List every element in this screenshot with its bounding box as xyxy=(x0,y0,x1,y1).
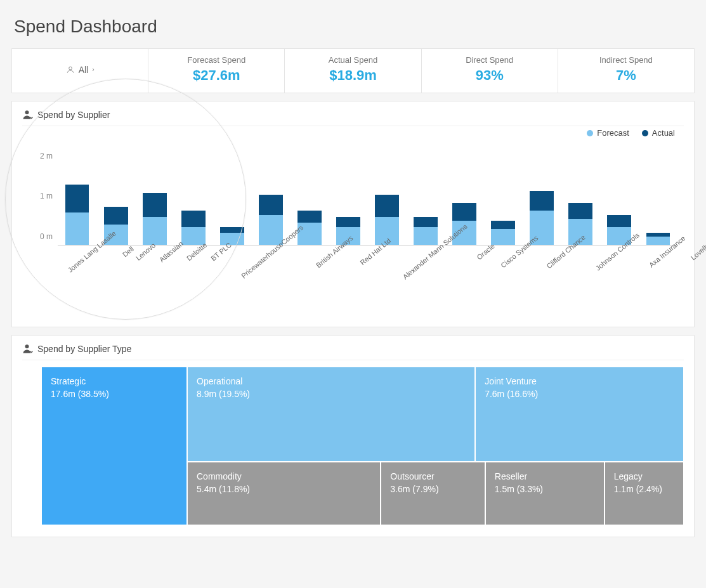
bar-red-hat-ltd[interactable] xyxy=(368,157,407,245)
bar-segment-actual xyxy=(568,203,592,219)
bar-segment-actual xyxy=(65,185,89,212)
treemap-outsourcer[interactable]: Outsourcer 3.6m (7.9%) xyxy=(381,462,485,525)
plot-area xyxy=(58,157,677,245)
kpi-indirect: Indirect Spend 7% xyxy=(558,49,694,93)
bar-segment-actual xyxy=(104,207,128,225)
bar-segment-actual xyxy=(607,215,631,227)
y-tick: 0 m xyxy=(22,232,53,241)
kpi-label: Direct Spend xyxy=(427,55,552,65)
treemap: Strategic 17.6m (38.5%) Operational 8.9m… xyxy=(41,367,684,525)
bar-segment-forecast xyxy=(65,212,89,245)
bar-chart: 0 m1 m2 m Jones Lang LasalleDellLenovoAt… xyxy=(22,131,684,315)
bar-segment-actual xyxy=(414,217,438,227)
bar-segment-actual xyxy=(530,191,554,211)
y-axis: 0 m1 m2 m xyxy=(22,157,53,245)
kpi-row: All › Forecast Spend $27.6m Actual Spend… xyxy=(11,48,695,93)
filter-label: All xyxy=(79,65,89,75)
svg-point-2 xyxy=(25,344,29,348)
bar-lenovo[interactable] xyxy=(135,157,174,245)
panel-spend-by-supplier-type: Spend by Supplier Type Strategic 17.6m (… xyxy=(11,335,695,537)
bar-alexander-mann-solutions[interactable] xyxy=(407,157,445,245)
kpi-label: Actual Spend xyxy=(290,55,415,65)
bar-british-airways[interactable] xyxy=(329,157,367,245)
bar-segment-actual xyxy=(143,193,167,217)
bar-segment-forecast xyxy=(414,227,438,245)
bar-deloitte[interactable] xyxy=(212,157,251,245)
bar-cisco-systems[interactable] xyxy=(484,157,523,245)
treemap-operational[interactable]: Operational 8.9m (19.5%) xyxy=(187,367,475,462)
bar-segment-actual xyxy=(375,195,399,217)
treemap-reseller[interactable]: Reseller 1.5m (3.3%) xyxy=(485,462,605,525)
bar-segment-actual xyxy=(491,221,515,229)
bar-segment-actual xyxy=(297,211,322,223)
panel-title: Spend by Supplier xyxy=(37,110,110,120)
bar-atlassian[interactable] xyxy=(174,157,212,245)
bar-segment-actual xyxy=(336,217,360,227)
bar-lovells[interactable] xyxy=(639,157,677,245)
kpi-value: 7% xyxy=(563,67,689,84)
y-tick: 2 m xyxy=(22,152,53,160)
panel-title: Spend by Supplier Type xyxy=(37,344,131,354)
treemap-joint-venture[interactable]: Joint Venture 7.6m (16.6%) xyxy=(475,367,684,462)
treemap-strategic[interactable]: Strategic 17.6m (38.5%) xyxy=(41,367,187,525)
bar-segment-actual xyxy=(220,227,244,233)
bar-bt-plc[interactable] xyxy=(251,157,290,245)
kpi-value: $27.6m xyxy=(154,67,279,84)
treemap-legacy[interactable]: Legacy 1.1m (2.4%) xyxy=(605,462,684,525)
kpi-actual: Actual Spend $18.9m xyxy=(285,49,421,93)
chevron-right-icon: › xyxy=(92,66,94,73)
supplier-icon xyxy=(22,343,34,355)
kpi-direct: Direct Spend 93% xyxy=(422,49,558,93)
svg-point-1 xyxy=(25,110,29,114)
svg-point-0 xyxy=(69,67,72,70)
kpi-forecast: Forecast Spend $27.6m xyxy=(148,49,285,93)
user-icon xyxy=(66,65,75,74)
kpi-label: Forecast Spend xyxy=(154,55,279,65)
bar-segment-forecast xyxy=(491,229,515,245)
panel-spend-by-supplier: Spend by Supplier Forecast Actual 0 m1 m… xyxy=(11,101,695,327)
bar-segment-actual xyxy=(452,203,476,221)
page-title: Spend Dashboard xyxy=(14,16,695,37)
bar-jones-lang-lasalle[interactable] xyxy=(58,157,96,245)
kpi-value: 93% xyxy=(427,67,552,84)
treemap-commodity[interactable]: Commodity 5.4m (11.8%) xyxy=(187,462,381,525)
bar-dell[interactable] xyxy=(96,157,135,245)
bar-clifford-chance[interactable] xyxy=(523,157,561,245)
bar-segment-forecast xyxy=(143,217,167,245)
bar-segment-actual xyxy=(181,211,206,226)
kpi-label: Indirect Spend xyxy=(563,55,689,65)
bar-segment-actual xyxy=(259,195,283,215)
x-axis: Jones Lang LasalleDellLenovoAtlassianDel… xyxy=(58,247,677,315)
filter-all[interactable]: All › xyxy=(12,49,148,93)
kpi-value: $18.9m xyxy=(290,67,415,84)
y-tick: 1 m xyxy=(22,192,53,200)
supplier-icon xyxy=(22,109,34,121)
